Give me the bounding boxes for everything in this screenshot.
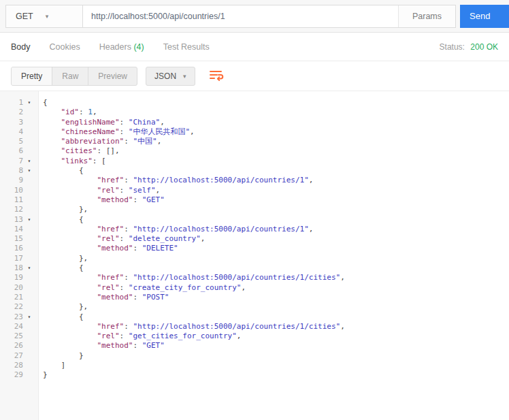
line-gutter: 3 bbox=[0, 118, 39, 127]
fold-spacer bbox=[23, 225, 35, 234]
view-pretty-button[interactable]: Pretty bbox=[12, 67, 52, 85]
fold-spacer bbox=[23, 332, 35, 341]
url-input[interactable] bbox=[83, 5, 398, 27]
line-number: 20 bbox=[0, 283, 23, 293]
fold-spacer bbox=[23, 205, 35, 214]
fold-arrow-icon[interactable]: ▾ bbox=[23, 98, 35, 108]
line-number: 28 bbox=[0, 361, 23, 370]
code-text: }, bbox=[39, 205, 88, 214]
fold-spacer bbox=[23, 118, 35, 127]
fold-arrow-icon[interactable]: ▾ bbox=[23, 215, 35, 225]
code-text: { bbox=[39, 166, 84, 176]
fold-spacer bbox=[23, 127, 35, 137]
line-number: 19 bbox=[0, 273, 23, 282]
line-gutter: 10 bbox=[0, 186, 39, 195]
line-number: 6 bbox=[0, 146, 23, 156]
tab-test-results[interactable]: Test Results bbox=[163, 42, 210, 52]
fold-spacer bbox=[23, 195, 35, 205]
line-number: 24 bbox=[0, 322, 23, 332]
code-line: 6 "cities": [], bbox=[0, 146, 509, 156]
line-number: 2 bbox=[0, 108, 23, 117]
line-number: 14 bbox=[0, 225, 23, 234]
line-number: 21 bbox=[0, 293, 23, 302]
fold-spacer bbox=[23, 341, 35, 351]
line-gutter: 16 bbox=[0, 244, 39, 253]
code-line: 27 } bbox=[0, 351, 509, 361]
line-gutter: 23▾ bbox=[0, 312, 39, 322]
code-line: 21 "method": "POST" bbox=[0, 293, 509, 302]
view-preview-button[interactable]: Preview bbox=[88, 67, 137, 85]
tab-body[interactable]: Body bbox=[11, 42, 31, 52]
line-wrap-button[interactable] bbox=[209, 69, 224, 83]
line-gutter: 25 bbox=[0, 332, 39, 341]
chevron-down-icon: ▾ bbox=[183, 73, 186, 80]
code-text: "href": "http://localhost:5000/api/count… bbox=[39, 322, 345, 332]
line-gutter: 26 bbox=[0, 341, 39, 351]
line-gutter: 1▾ bbox=[0, 98, 39, 108]
tab-cookies[interactable]: Cookies bbox=[50, 42, 80, 52]
code-text: "href": "http://localhost:5000/api/count… bbox=[39, 176, 313, 185]
line-gutter: 12 bbox=[0, 205, 39, 214]
code-line: 15 "rel": "delete_country", bbox=[0, 234, 509, 244]
tab-headers-label: Headers bbox=[99, 42, 131, 52]
code-line: 13▾ { bbox=[0, 215, 509, 225]
line-gutter: 11 bbox=[0, 195, 39, 205]
code-text: "cities": [], bbox=[39, 146, 120, 156]
line-number: 13 bbox=[0, 215, 23, 225]
fold-arrow-icon[interactable]: ▾ bbox=[23, 312, 35, 322]
line-wrap-icon bbox=[209, 69, 224, 83]
line-gutter: 28 bbox=[0, 361, 39, 370]
method-dropdown[interactable]: GET ▾ bbox=[5, 5, 83, 28]
code-line: 20 "rel": "create_city_for_country", bbox=[0, 283, 509, 293]
line-number: 4 bbox=[0, 127, 23, 137]
code-line: 22 }, bbox=[0, 302, 509, 312]
fold-spacer bbox=[23, 273, 35, 282]
code-text: "chineseName": "中华人民共和国", bbox=[39, 127, 195, 137]
line-number: 22 bbox=[0, 302, 23, 312]
fold-arrow-icon[interactable]: ▾ bbox=[23, 157, 35, 166]
fold-spacer bbox=[23, 176, 35, 185]
code-line: 12 }, bbox=[0, 205, 509, 214]
code-line: 26 "method": "GET" bbox=[0, 341, 509, 351]
line-number: 5 bbox=[0, 137, 23, 146]
code-text: { bbox=[39, 98, 48, 108]
line-gutter: 17 bbox=[0, 254, 39, 263]
response-body-editor[interactable]: 1▾{2 "id": 1,3 "englishName": "China",4 … bbox=[0, 91, 509, 420]
line-gutter: 18▾ bbox=[0, 263, 39, 273]
fold-spacer bbox=[23, 254, 35, 263]
status-value: 200 OK bbox=[470, 42, 498, 52]
code-line: 3 "englishName": "China", bbox=[0, 118, 509, 127]
line-gutter: 24 bbox=[0, 322, 39, 332]
fold-spacer bbox=[23, 234, 35, 244]
fold-arrow-icon[interactable]: ▾ bbox=[23, 166, 35, 176]
fold-spacer bbox=[23, 244, 35, 253]
view-mode-switcher: Pretty Raw Preview bbox=[11, 67, 137, 86]
fold-arrow-icon[interactable]: ▾ bbox=[23, 263, 35, 273]
tab-headers[interactable]: Headers (4) bbox=[99, 42, 144, 52]
code-line: 19 "href": "http://localhost:5000/api/co… bbox=[0, 273, 509, 282]
line-gutter: 2 bbox=[0, 108, 39, 117]
code-text: { bbox=[39, 312, 84, 322]
method-label: GET bbox=[16, 12, 33, 21]
params-button[interactable]: Params bbox=[398, 5, 455, 27]
code-text: } bbox=[39, 370, 48, 380]
code-line: 7▾ "links": [ bbox=[0, 157, 509, 166]
view-raw-button[interactable]: Raw bbox=[52, 67, 88, 85]
status-badge: Status: 200 OK bbox=[440, 42, 498, 52]
line-gutter: 7▾ bbox=[0, 157, 39, 166]
line-number: 11 bbox=[0, 195, 23, 205]
chevron-down-icon: ▾ bbox=[46, 13, 49, 20]
fold-spacer bbox=[23, 146, 35, 156]
code-line: 9 "href": "http://localhost:5000/api/cou… bbox=[0, 176, 509, 185]
format-dropdown[interactable]: JSON ▾ bbox=[146, 67, 195, 86]
line-number: 10 bbox=[0, 186, 23, 195]
format-label: JSON bbox=[154, 71, 176, 81]
fold-spacer bbox=[23, 370, 35, 380]
fold-spacer bbox=[23, 186, 35, 195]
code-text: "href": "http://localhost:5000/api/count… bbox=[39, 273, 345, 282]
line-number: 3 bbox=[0, 118, 23, 127]
code-text: "abbreviation": "中国", bbox=[39, 137, 161, 146]
line-number: 8 bbox=[0, 166, 23, 176]
line-number: 9 bbox=[0, 176, 23, 185]
send-button[interactable]: Send bbox=[460, 5, 509, 28]
